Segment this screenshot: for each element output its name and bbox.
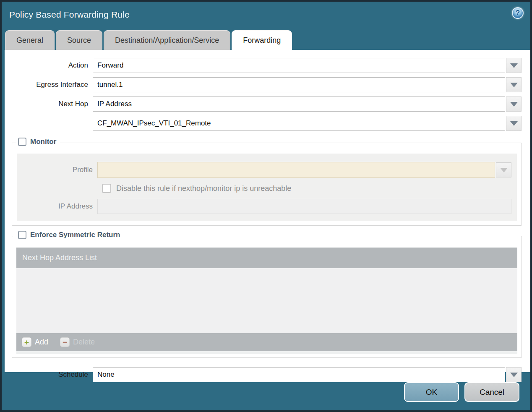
table-bottom-strip (16, 351, 517, 354)
monitor-legend: Monitor (16, 138, 60, 146)
delete-button: − Delete (60, 337, 95, 347)
schedule-label: Schedule (5, 370, 93, 379)
egress-interface-dropdown-button[interactable] (506, 77, 522, 92)
disable-rule-row: Disable this rule if nexthop/monitor ip … (102, 184, 517, 193)
next-hop-address-list-toolbar: + Add − Delete (16, 333, 517, 351)
dialog-titlebar: Policy Based Forwarding Rule ? (2, 2, 530, 28)
next-hop-address-row: CF_MWAN_IPsec_VTI_01_Remote (5, 116, 522, 131)
monitor-fieldset: Monitor Profile Disable this rule (12, 143, 522, 226)
help-glyph: ? (516, 9, 520, 17)
enforce-symmetric-return-legend: Enforce Symmetric Return (16, 231, 124, 239)
disable-rule-checkbox (102, 184, 111, 193)
next-hop-type-dropdown-button[interactable] (506, 96, 522, 112)
dialog-button-bar: OK Cancel (404, 382, 519, 402)
tab-destination-application-service[interactable]: Destination/Application/Service (104, 30, 230, 50)
cancel-button[interactable]: Cancel (464, 382, 519, 402)
tab-forwarding[interactable]: Forwarding (232, 30, 292, 50)
chevron-down-icon (510, 102, 518, 107)
monitor-ip-address-label: IP Address (17, 202, 97, 211)
next-hop-label: Next Hop (5, 100, 93, 108)
monitor-checkbox[interactable] (18, 138, 26, 146)
egress-interface-row: Egress Interface tunnel.1 (5, 77, 522, 92)
profile-dropdown-button (496, 162, 511, 177)
monitor-ip-address-input (97, 199, 511, 214)
delete-button-label: Delete (73, 338, 95, 347)
monitor-legend-label: Monitor (30, 138, 56, 146)
chevron-down-icon (510, 63, 518, 68)
schedule-row: Schedule None (5, 367, 522, 382)
action-row: Action Forward (5, 58, 522, 73)
chevron-down-icon (510, 373, 518, 377)
egress-interface-label: Egress Interface (5, 81, 93, 89)
monitor-panel: Profile Disable this rule if nexthop/mon… (17, 154, 517, 221)
minus-icon: − (60, 337, 70, 347)
monitor-ip-address-row: IP Address (17, 199, 517, 214)
profile-row: Profile (17, 162, 517, 178)
schedule-dropdown-button[interactable] (506, 367, 522, 382)
next-hop-address-list-table: Next Hop Address List + Add − Delete (16, 248, 517, 354)
add-button[interactable]: + Add (22, 337, 48, 347)
add-button-label: Add (35, 338, 48, 347)
next-hop-row: Next Hop IP Address (5, 96, 522, 112)
chevron-down-icon (510, 83, 518, 87)
schedule-select[interactable]: None (93, 367, 505, 382)
profile-select (97, 162, 495, 178)
enforce-symmetric-return-fieldset: Enforce Symmetric Return Next Hop Addres… (12, 236, 522, 358)
next-hop-type-select[interactable]: IP Address (93, 96, 505, 112)
enforce-symmetric-return-legend-label: Enforce Symmetric Return (30, 231, 120, 239)
ok-button[interactable]: OK (404, 382, 459, 402)
chevron-down-icon (500, 168, 508, 172)
profile-label: Profile (17, 166, 97, 174)
next-hop-address-dropdown-button[interactable] (506, 116, 522, 131)
plus-icon: + (22, 337, 31, 347)
chevron-down-icon (510, 121, 518, 126)
tab-source[interactable]: Source (56, 30, 102, 50)
help-icon[interactable]: ? (512, 7, 524, 19)
action-label: Action (5, 61, 93, 70)
action-dropdown-button[interactable] (506, 58, 522, 73)
next-hop-address-list-body[interactable] (16, 268, 517, 333)
tab-general[interactable]: General (5, 30, 55, 50)
next-hop-address-select[interactable]: CF_MWAN_IPsec_VTI_01_Remote (93, 116, 505, 131)
egress-interface-select[interactable]: tunnel.1 (93, 77, 505, 92)
policy-based-forwarding-rule-dialog: Policy Based Forwarding Rule ? General S… (0, 0, 532, 412)
next-hop-address-list-header: Next Hop Address List (16, 248, 517, 268)
enforce-symmetric-return-checkbox[interactable] (18, 231, 26, 239)
dialog-title: Policy Based Forwarding Rule (9, 10, 130, 20)
forwarding-tab-panel: Action Forward Egress Interface tunnel.1… (5, 50, 531, 372)
tab-bar: General Source Destination/Application/S… (5, 30, 527, 50)
action-select[interactable]: Forward (93, 58, 505, 73)
disable-rule-label: Disable this rule if nexthop/monitor ip … (116, 184, 291, 193)
